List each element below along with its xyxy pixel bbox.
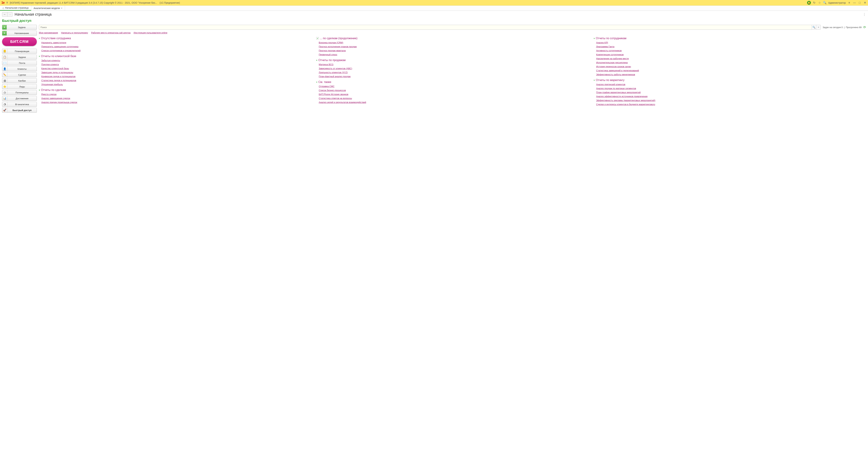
minimize-icon[interactable]: — <box>853 1 856 4</box>
section-header[interactable]: ▾Отчеты по сделкам <box>39 89 311 92</box>
sidebar-клиенты[interactable]: 👤Клиенты <box>2 66 37 71</box>
search-input[interactable] <box>39 25 812 30</box>
report-link[interactable]: Прогноз продаж квартала <box>319 49 589 52</box>
report-link[interactable]: Список сотрудников и руководителей <box>41 49 311 52</box>
section-header[interactable]: ▾Отчеты по сотрудникам <box>594 37 866 40</box>
sidebar-лиды[interactable]: ⭐Лиды <box>2 84 37 89</box>
report-link[interactable]: Анализ претензий клиентов <box>596 83 866 86</box>
search-field[interactable]: 🔍 × <box>39 25 821 30</box>
section-header[interactable]: ✔... по сделкам (продолжение) <box>316 37 589 40</box>
report-link[interactable]: Забытые клиенты <box>41 59 311 62</box>
report-link[interactable]: Анализ целей и результатов взаимодействи… <box>319 101 589 103</box>
quick-links: Мои напоминанияНаписать в техподдержкуРа… <box>39 31 866 34</box>
report-link[interactable]: Статистика замещений и делегирований <box>596 69 866 72</box>
search-clear-icon[interactable]: × <box>816 25 820 30</box>
report-link[interactable]: Компетенции сотрудников <box>596 53 866 56</box>
back-button[interactable]: ← <box>2 12 7 17</box>
report-link[interactable]: БИТ.Phone История звонков <box>319 93 589 96</box>
menu-icon[interactable]: ≡ <box>6 1 8 4</box>
sidebar-задачи[interactable]: 📋Задачи <box>2 55 37 60</box>
settings-icon[interactable]: ≡ <box>847 1 851 4</box>
sidebar-bi-аналитика[interactable]: ◔BI-аналитика <box>2 102 37 107</box>
report-link[interactable]: Сделки и интересы клиентов в бюджете мар… <box>596 103 866 106</box>
report-link[interactable]: Статистика лидов и потенциалов <box>41 79 311 82</box>
section: ✔... по сделкам (продолжение)Воронка про… <box>316 37 589 56</box>
report-link[interactable]: Анализ продаж по матрице сегментов <box>596 87 866 90</box>
user-label[interactable]: Администратор <box>828 1 846 4</box>
section-title: Отчеты по продажам <box>318 59 346 62</box>
report-link[interactable]: Активность сотрудников <box>596 49 866 52</box>
report-link[interactable]: Упущенная прибыль <box>41 83 311 86</box>
report-link[interactable]: Лояльность клиентов (XYZ) <box>319 71 589 74</box>
section-header[interactable]: ▾Отчеты по продажам <box>316 59 589 62</box>
search-icon[interactable]: 🔍 <box>823 1 827 4</box>
quick-link[interactable]: Рабочее место оператора call-центра <box>91 31 130 34</box>
sidebar-достижения[interactable]: 📊Достижения <box>2 96 37 101</box>
forward-button[interactable]: → <box>7 12 12 17</box>
sidebar-icon: 👤 <box>2 67 7 71</box>
section-links: Анализ KPIДиаграмма ГантаАктивность сотр… <box>594 41 866 76</box>
star-icon[interactable]: ☆ <box>818 1 821 4</box>
new-task-button[interactable]: + Задача <box>2 25 37 30</box>
report-link[interactable]: Анализ причин проигрыша сделок <box>41 101 311 103</box>
sidebar-label: Потенциалы <box>7 91 37 94</box>
section-header[interactable]: ▾Отчеты по маркетингу <box>594 78 866 82</box>
section-header[interactable]: ▾Отчеты по клиентской базе <box>39 55 311 58</box>
report-link[interactable]: Анализ эффективности источников привлече… <box>596 95 866 98</box>
report-link[interactable]: Прогноз исполнения планов продаж <box>319 45 589 48</box>
sidebar-потенциалы[interactable]: ◷Потенциалы <box>2 90 37 95</box>
report-link[interactable]: Диаграмма Ганта <box>596 45 866 48</box>
report-link[interactable]: Список бизнес-процессов <box>319 89 589 92</box>
report-link[interactable]: Зависшие лиды и потенциалы <box>41 71 311 74</box>
report-link[interactable]: Матрица BCG <box>319 63 589 66</box>
left-column: + Задача + Напоминание БИТ.CRM 📒Планиров… <box>2 25 37 113</box>
bit-crm-button[interactable]: БИТ.CRM <box>2 37 37 46</box>
sidebar-почта[interactable]: ✉️Почта <box>2 61 37 65</box>
bell-icon[interactable]: 🔔 <box>807 1 811 5</box>
tab-начальная-страница[interactable]: ⌂Начальная страница <box>0 5 31 10</box>
quick-link[interactable]: Инструкция пользователя online <box>134 31 167 34</box>
report-link[interactable]: Покупки клиента <box>41 63 311 66</box>
sidebar-icon: 🚀 <box>2 108 7 113</box>
tab-close-icon[interactable]: × <box>61 7 62 9</box>
report-link[interactable]: Конверсия лидов и потенциалов <box>41 75 311 78</box>
kebab-icon[interactable]: ⋮ <box>863 12 866 16</box>
refresh-icon[interactable]: ⟳ <box>863 25 866 29</box>
report-link[interactable]: Эффективность работы менеджеров <box>596 73 866 76</box>
sidebar-icon: ✉️ <box>2 61 7 65</box>
content-header: ← → Начальная страница ⋮ <box>0 11 868 18</box>
report-link[interactable]: Статистика ответов на вопросы <box>319 97 589 100</box>
report-link[interactable]: Назначить заместителя <box>41 41 311 44</box>
report-link[interactable]: Первичный спрос <box>319 53 589 56</box>
report-link[interactable]: Исполнительская дисциплина <box>596 61 866 64</box>
sidebar-канбан[interactable]: ▥Канбан <box>2 78 37 83</box>
sidebar-сделки[interactable]: ✏️Сделки <box>2 72 37 77</box>
history-icon[interactable]: ↻ <box>813 1 816 4</box>
new-reminder-button[interactable]: + Напоминание <box>2 31 37 36</box>
quick-link[interactable]: Мои напоминания <box>39 31 58 34</box>
quick-link[interactable]: Написать в техподдержку <box>61 31 88 34</box>
report-link[interactable]: Реестр сделок <box>41 93 311 96</box>
tab-label: Аналитические модели <box>34 7 60 9</box>
report-link[interactable]: Воронка продаж (CRM) <box>319 41 589 44</box>
report-link[interactable]: План-фактный анализ продаж <box>319 75 589 78</box>
report-link[interactable]: Отправка СМС <box>319 85 589 88</box>
report-link[interactable]: План-график маркетинговых мероприятий <box>596 91 866 94</box>
sidebar-icon: ✏️ <box>2 72 7 77</box>
report-link[interactable]: Качество клиентской базы <box>41 67 311 70</box>
sidebar-быстрый-доступ[interactable]: 🚀Быстрый доступ <box>2 108 37 113</box>
report-link[interactable]: История переносов сроков задач <box>596 65 866 68</box>
search-go-icon[interactable]: 🔍 <box>812 25 816 30</box>
section-header[interactable]: ▾См. также <box>316 81 589 84</box>
restore-icon[interactable]: □ <box>858 1 861 4</box>
close-icon[interactable]: ✕ <box>863 1 867 4</box>
sidebar-планировщик[interactable]: 📒Планировщик <box>2 49 37 54</box>
tab-аналитические-модели[interactable]: Аналитические модели× <box>31 5 65 10</box>
report-link[interactable]: Эффективность рекламы (маркетинговых мер… <box>596 99 866 102</box>
report-link[interactable]: Анализ KPI <box>596 41 866 44</box>
report-link[interactable]: Нахождение на рабочем месте <box>596 57 866 60</box>
section-header[interactable]: ▾Отсутствие сотрудника <box>39 37 311 40</box>
report-link[interactable]: Прекратить замещение сотрудника <box>41 45 311 48</box>
report-link[interactable]: Зависимость от клиентов (ABC) <box>319 67 589 70</box>
report-link[interactable]: Анализ завершения сделок <box>41 97 311 100</box>
